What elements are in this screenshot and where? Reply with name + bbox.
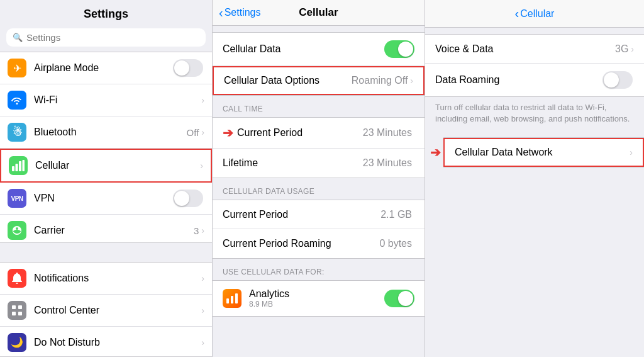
search-icon: 🔍 [13,33,23,42]
svg-rect-7 [18,312,22,315]
analytics-label: Analytics [249,288,384,300]
call-time-header: Call Time [213,96,425,117]
cellular-data-toggle[interactable] [384,40,414,58]
right-back-button[interactable]: ‹ Cellular [515,6,555,21]
mid-top-list: Cellular Data Cellular Data Options Roam… [213,32,425,96]
cellular-data-network-list: Cellular Data Network › [443,137,644,167]
sidebar-item-vpn[interactable]: VPN VPN [0,183,212,215]
svg-rect-1 [16,164,18,171]
svg-rect-9 [231,296,233,303]
voice-data-value: 3G [615,43,628,55]
sidebar-item-airplane-mode[interactable]: ✈ Airplane Mode [0,52,212,84]
svg-rect-6 [12,312,16,315]
voice-data-label: Voice & Data [435,43,615,55]
call-current-period-value: 23 Minutes [363,127,412,139]
do-not-disturb-icon: 🌙 [8,333,26,352]
sidebar-item-do-not-disturb[interactable]: 🌙 Do Not Disturb › [0,327,212,357]
analytics-item[interactable]: Analytics 8.9 MB [213,281,425,316]
mid-back-button[interactable]: ‹ Settings [219,6,260,20]
data-current-period-item[interactable]: Current Period 2.1 GB [213,200,425,229]
analytics-toggle[interactable] [384,290,414,307]
arrow-annotation-1: ➔ [223,125,233,140]
data-roaming-toggle[interactable] [602,71,633,89]
mid-content: Cellular Data Cellular Data Options Roam… [213,26,425,357]
apps-header: Use Cellular Data For: [213,259,425,280]
left-panel: Settings 🔍 ✈ Airplane Mode Wi-Fi › ☃ Blu… [0,0,213,357]
call-current-period-item[interactable]: ➔ Current Period 23 Minutes [213,118,425,149]
cellular-chevron: › [200,161,203,171]
left-panel-title: Settings [0,0,212,25]
cellular-data-options-item[interactable]: Cellular Data Options Roaming Off › [213,66,425,95]
cellular-data-network-chevron: › [630,147,633,157]
analytics-text-group: Analytics 8.9 MB [249,288,384,309]
notifications-label: Notifications [34,273,201,284]
cellular-data-item[interactable]: Cellular Data [213,33,425,66]
right-back-chevron: ‹ [515,6,519,21]
data-roaming-item[interactable]: Data Roaming [425,64,644,96]
secondary-settings-list: Notifications › Control Center › 🌙 Do No… [0,262,212,357]
cellular-data-options-value: Roaming Off [352,75,408,86]
right-panel: ‹ Cellular Voice & Data 3G › Data Roamin… [425,0,644,357]
sidebar-item-control-center[interactable]: Control Center › [0,295,212,327]
svg-rect-10 [235,293,238,303]
cellular-data-network-item[interactable]: Cellular Data Network › [443,138,644,167]
data-current-roaming-item[interactable]: Current Period Roaming 0 bytes [213,229,425,258]
call-lifetime-label: Lifetime [223,157,363,169]
mid-top-gap [213,26,425,32]
carrier-label: Carrier [34,225,194,236]
data-current-period-value: 2.1 GB [380,209,412,220]
wifi-icon [8,91,26,110]
analytics-icon [223,289,242,308]
bluetooth-chevron: › [201,127,204,137]
cellular-data-network-row: ➔ Cellular Data Network › [425,137,644,167]
sidebar-item-bluetooth[interactable]: ☃ Bluetooth Off › [0,116,212,149]
airplane-mode-toggle[interactable] [173,59,203,77]
data-usage-list: Current Period 2.1 GB Current Period Roa… [213,200,425,259]
svg-rect-3 [23,160,25,171]
notifications-icon [8,269,26,288]
data-roaming-info: Turn off cellular data to restrict all d… [425,97,644,132]
vpn-label: VPN [34,193,173,204]
carrier-value: 3 [194,225,199,236]
data-usage-header: Cellular Data Usage [213,178,425,200]
data-roaming-label: Data Roaming [435,74,602,86]
right-nav-bar: ‹ Cellular [425,0,644,28]
cellular-icon [9,156,28,175]
cellular-data-network-label: Cellular Data Network [455,147,630,158]
do-not-disturb-label: Do Not Disturb [34,337,201,348]
right-back-label: Cellular [520,8,554,20]
section-gap-1 [0,243,212,261]
svg-rect-2 [19,161,21,171]
sidebar-item-cellular[interactable]: Cellular › [0,149,212,183]
mid-nav-bar: ‹ Settings Cellular [213,0,425,26]
cellular-label: Cellular [35,160,200,171]
mid-back-chevron: ‹ [219,6,223,20]
vpn-toggle[interactable] [173,190,203,207]
call-lifetime-value: 23 Minutes [363,157,412,169]
svg-rect-5 [18,305,22,309]
voice-data-chevron: › [631,44,634,54]
call-time-list: ➔ Current Period 23 Minutes Lifetime 23 … [213,117,425,178]
svg-rect-4 [12,305,16,309]
data-current-period-label: Current Period [223,209,380,220]
carrier-chevron: › [201,225,204,235]
bluetooth-icon: ☃ [8,123,26,142]
cellular-data-label: Cellular Data [223,43,384,55]
sidebar-item-carrier[interactable]: Carrier 3 › [0,215,212,243]
data-current-roaming-value: 0 bytes [379,238,412,249]
carrier-icon [8,221,26,240]
right-top-list: Voice & Data 3G › Data Roaming [425,34,644,97]
call-lifetime-item[interactable]: Lifetime 23 Minutes [213,149,425,178]
voice-data-item[interactable]: Voice & Data 3G › [425,35,644,64]
cellular-data-options-chevron: › [410,76,413,86]
sidebar-item-wifi[interactable]: Wi-Fi › [0,84,212,116]
apps-list: Analytics 8.9 MB [213,280,425,317]
search-bar[interactable]: 🔍 [6,28,206,47]
sidebar-item-notifications[interactable]: Notifications › [0,263,212,295]
search-input[interactable] [26,32,199,43]
wifi-label: Wi-Fi [34,94,201,106]
bluetooth-label: Bluetooth [34,127,187,138]
svg-rect-8 [226,298,229,303]
call-current-period-label: Current Period [237,127,363,139]
airplane-mode-icon: ✈ [8,59,26,77]
